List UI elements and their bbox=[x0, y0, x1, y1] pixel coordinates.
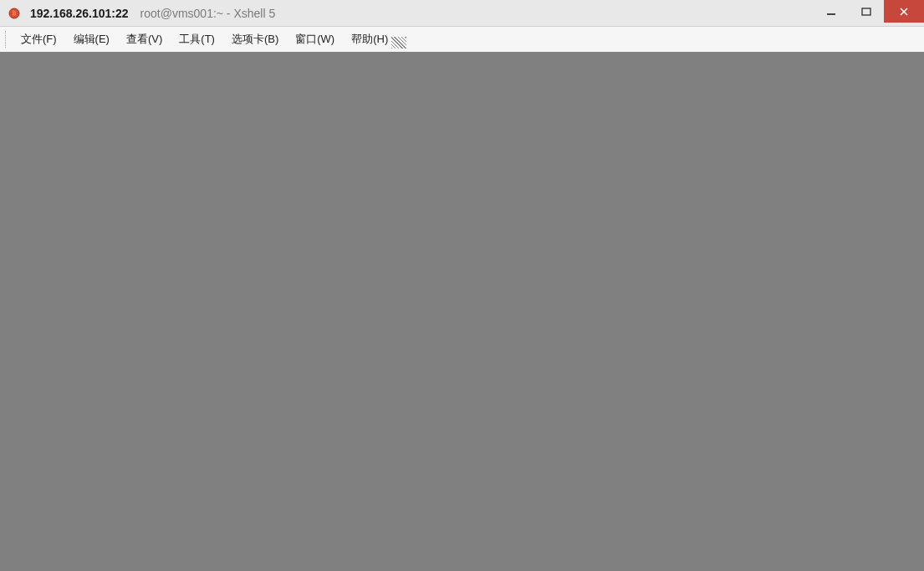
menu-overflow-icon bbox=[391, 37, 406, 48]
svg-rect-2 bbox=[862, 8, 870, 15]
menu-file[interactable]: 文件(F) bbox=[13, 27, 65, 52]
minimize-button[interactable] bbox=[814, 0, 849, 23]
menu-tabs[interactable]: 选项卡(B) bbox=[223, 27, 287, 52]
menubar-grip-icon bbox=[5, 31, 6, 48]
app-icon bbox=[7, 6, 22, 21]
menu-view[interactable]: 查看(V) bbox=[118, 27, 171, 52]
terminal-content-area[interactable] bbox=[0, 52, 924, 571]
menu-window[interactable]: 窗口(W) bbox=[287, 27, 343, 52]
menu-tools[interactable]: 工具(T) bbox=[171, 27, 223, 52]
svg-rect-1 bbox=[827, 13, 835, 15]
menu-help[interactable]: 帮助(H) bbox=[343, 27, 396, 52]
menu-edit[interactable]: 编辑(E) bbox=[65, 27, 118, 52]
window-titlebar: 192.168.26.101:22 root@vms001:~ - Xshell… bbox=[0, 0, 924, 27]
window-controls bbox=[814, 0, 924, 23]
title-session: 192.168.26.101:22 bbox=[30, 7, 129, 20]
menubar: 文件(F) 编辑(E) 查看(V) 工具(T) 选项卡(B) 窗口(W) 帮助(… bbox=[0, 27, 924, 52]
close-button[interactable] bbox=[884, 0, 924, 23]
title-subtitle: root@vms001:~ - Xshell 5 bbox=[140, 7, 276, 20]
maximize-button[interactable] bbox=[849, 0, 884, 23]
